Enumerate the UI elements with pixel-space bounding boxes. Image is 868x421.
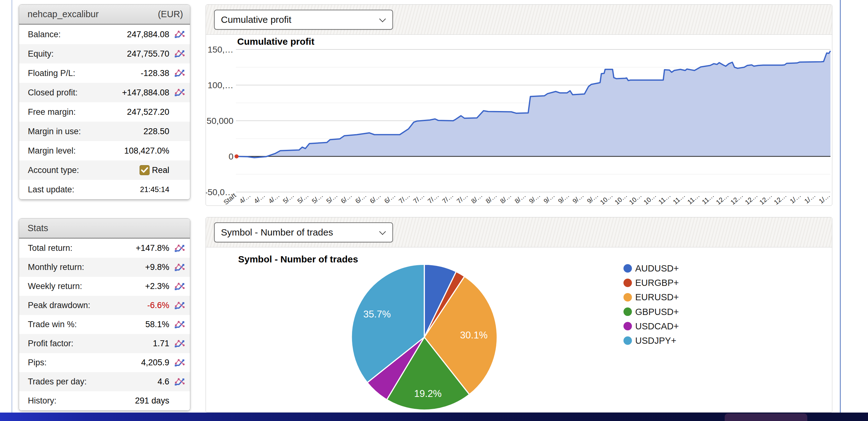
row-icon-slot [169, 244, 186, 253]
x-axis-tick-label: 12… [729, 191, 744, 206]
y-axis-tick-label: 0 [228, 152, 234, 161]
x-axis-tick-label: 1/… [817, 191, 831, 204]
info-row-closed-profit: Closed profit:+147,884.08 [19, 83, 190, 102]
row-value: -128.38 [141, 68, 169, 78]
row-icon-slot [169, 263, 186, 272]
symbol-trades-card: Symbol - Number of trades 30.1%19.2%35.7… [206, 217, 832, 413]
y-axis-tick-label: 100,… [208, 80, 234, 90]
row-icon-slot [169, 320, 186, 329]
x-axis-tick-label: 5/… [325, 191, 339, 204]
row-value: 21:45:14 [140, 185, 169, 194]
info-row-trades-per-day: Trades per day:4.6 [19, 372, 190, 391]
x-axis-tick-label: 10… [642, 191, 657, 206]
y-axis-tick-label: 150,… [208, 45, 234, 55]
chevron-down-icon [379, 15, 386, 22]
legend-label-gbpusd[interactable]: GBPUSD+ [635, 307, 679, 317]
pie-slice-percent-label: 35.7% [363, 309, 391, 320]
row-value: +9.8% [145, 262, 169, 272]
stats-rows: Total return:+147.8% Monthly return:+9.8… [19, 239, 190, 410]
info-row-trade-win: Trade win %:58.1% [19, 315, 190, 334]
x-axis-tick-label: 4/… [252, 191, 266, 204]
x-axis-tick-label: 9/… [571, 191, 585, 204]
row-icon-slot [169, 339, 186, 349]
chart-title: Symbol - Number of trades [238, 254, 358, 264]
info-row-equity: Equity:247,755.70 [19, 44, 190, 64]
x-axis-tick-label: 12… [773, 191, 788, 206]
stats-panel-header: Stats [19, 219, 190, 239]
legend-label-usdcad[interactable]: USDCAD+ [635, 321, 679, 331]
row-label: Account type: [28, 165, 79, 175]
sparkline-chart-icon[interactable] [174, 377, 186, 387]
x-axis-tick-label: 6/… [340, 191, 353, 204]
sparkline-chart-icon[interactable] [174, 30, 186, 39]
sparkline-chart-icon[interactable] [174, 358, 186, 367]
x-axis-tick-label: 6/… [383, 191, 397, 204]
row-icon-slot [169, 282, 186, 291]
row-icon-slot [169, 30, 186, 39]
sparkline-chart-icon[interactable] [174, 49, 186, 59]
row-icon-slot [169, 49, 186, 59]
x-axis-tick-label: 10… [613, 191, 629, 206]
legend-dot-eurusd [624, 293, 632, 301]
profit-chart-select[interactable]: Cumulative profit [214, 10, 393, 30]
info-row-peak-drawdown: Peak drawdown:-6.6% [19, 296, 190, 315]
row-label: Balance: [28, 30, 61, 39]
legend-label-eurgbp[interactable]: EURGBP+ [635, 278, 679, 288]
x-axis-tick-label: 12… [743, 191, 759, 206]
profit-area-fill[interactable] [237, 51, 831, 158]
info-row-free-margin: Free margin:247,527.20 [19, 102, 190, 122]
row-label: Last update: [28, 185, 74, 195]
info-row-account-type: Account type: Real [19, 160, 190, 180]
profit-card-header: Cumulative profit [206, 5, 832, 35]
info-row-margin-level: Margin level:108,427.0% [19, 141, 190, 160]
row-label: Margin in use: [28, 127, 81, 136]
x-axis-tick-label: 8/… [485, 191, 498, 204]
row-label: Margin level: [28, 146, 76, 156]
x-axis-tick-label: 1/… [788, 191, 802, 204]
x-axis-tick-label: 9/… [557, 191, 570, 204]
row-value: 4,205.9 [141, 358, 169, 367]
x-axis-tick-label: 6/… [368, 191, 382, 204]
sparkline-chart-icon[interactable] [174, 263, 186, 272]
x-axis-tick-label: 11… [686, 191, 701, 205]
sparkline-chart-icon[interactable] [174, 320, 186, 329]
row-value: +147,884.08 [122, 88, 169, 98]
y-axis-tick-label: 50,000 [207, 116, 234, 126]
row-label: Monthly return: [28, 262, 84, 272]
x-axis-tick-label: 4/… [238, 191, 252, 204]
row-value: Real [152, 165, 169, 175]
sparkline-chart-icon[interactable] [174, 68, 186, 78]
legend-label-eurusd[interactable]: EURUSD+ [635, 292, 679, 302]
x-axis-tick-label: 5/… [296, 191, 310, 204]
legend-label-audusd[interactable]: AUDUSD+ [635, 263, 679, 273]
page-right-accent-line [840, 0, 841, 413]
cumulative-profit-chart[interactable]: 150,…100,…50,0000-50,0…Start4/…4/…4/…5/…… [206, 35, 832, 206]
sparkline-chart-icon[interactable] [174, 282, 186, 291]
info-row-total-return: Total return:+147.8% [19, 239, 190, 258]
sparkline-chart-icon[interactable] [174, 301, 186, 310]
sparkline-chart-icon[interactable] [174, 339, 186, 349]
row-label: Pips: [28, 358, 46, 367]
x-axis-tick-label: 9/… [586, 191, 599, 204]
x-axis-tick-label: 8/… [499, 191, 513, 204]
row-value: -6.6% [147, 300, 169, 310]
x-axis-tick-label: 7/… [426, 191, 440, 204]
trades-chart-select[interactable]: Symbol - Number of trades [214, 222, 393, 242]
legend-label-usdjpy[interactable]: USDJPY+ [635, 335, 676, 346]
legend-dot-usdcad [624, 322, 632, 330]
legend-dot-gbpusd [624, 307, 632, 316]
x-axis-tick-label: 7/… [412, 191, 426, 204]
row-label: Weekly return: [28, 282, 82, 291]
row-icon-slot [169, 301, 186, 310]
account-name: nehcap_excalibur [28, 9, 99, 20]
row-icon-slot [169, 88, 186, 97]
x-axis-tick-label: 10… [598, 191, 614, 206]
row-value: 247,755.70 [127, 49, 169, 59]
sparkline-chart-icon[interactable] [174, 244, 186, 253]
x-axis-tick-label: 11… [701, 191, 716, 205]
row-label: Trades per day: [28, 377, 87, 387]
legend-dot-usdjpy [624, 336, 632, 345]
x-axis-tick-label: 12… [715, 191, 730, 206]
sparkline-chart-icon[interactable] [174, 88, 186, 97]
symbol-trades-pie-chart[interactable]: 30.1%19.2%35.7%AUDUSD+EURGBP+EURUSD+GBPU… [206, 248, 832, 413]
